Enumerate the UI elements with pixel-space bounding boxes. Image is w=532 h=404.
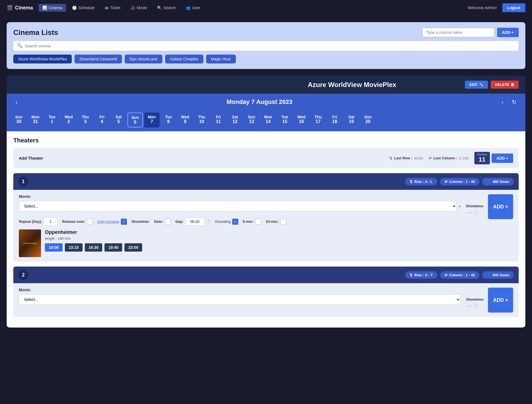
calendar-nav: ‹ Monday 7 August 2023 › ↻ bbox=[7, 94, 525, 110]
calendar-day[interactable]: Sun20 bbox=[360, 112, 376, 127]
theater-card-1: 1 ⇅ Row : A - L ⇄ Column : 1 - 40 👤 480 bbox=[13, 173, 519, 262]
add-showtime-button-1[interactable]: ADD + bbox=[488, 194, 513, 219]
last-row-info: ⇅ Last Row : (A-DZ) bbox=[389, 156, 423, 160]
last-col-label: Last Column : bbox=[433, 156, 457, 160]
date-checkbox[interactable] bbox=[165, 219, 171, 225]
calendar-day[interactable]: Sun30 bbox=[11, 112, 27, 127]
gap-time-input[interactable] bbox=[185, 218, 204, 226]
showtime-tag-2[interactable]: 16:30 bbox=[85, 243, 103, 252]
calendar-day[interactable]: Wed9 bbox=[177, 112, 193, 127]
navbar: 🎬 Cinema 📊 Cinema 🕐 Schedule 🎟 Ticket 🎥 … bbox=[0, 0, 532, 16]
ten-min-label: 10-min: bbox=[266, 219, 278, 224]
cinema-tag-azure[interactable]: Azure WorldView MoviePlex bbox=[13, 55, 72, 63]
calendar-day[interactable]: Thu10 bbox=[194, 112, 209, 127]
nav-movie[interactable]: 🎥 Movie bbox=[127, 4, 151, 12]
ten-min-checkbox[interactable] bbox=[280, 219, 286, 225]
movie-info: Oppenheimer length : 180 min 10:00 13:15… bbox=[45, 229, 484, 252]
theater-1-movie-select[interactable]: Select... bbox=[19, 201, 457, 211]
calendar-refresh-button[interactable]: ↻ bbox=[510, 98, 519, 106]
rounding-checkbox[interactable]: ✓ bbox=[232, 219, 238, 225]
calendar-day[interactable]: Thu17 bbox=[310, 112, 326, 127]
cinema-tag-epic[interactable]: Epic MovieLand bbox=[125, 55, 162, 63]
calendar-section: ‹ Monday 7 August 2023 › ↻ Sun30Mon31Tue… bbox=[7, 94, 525, 131]
calendar-day[interactable]: Sat12 bbox=[227, 112, 243, 127]
release-now-checkbox[interactable] bbox=[87, 219, 93, 225]
cinema-detail-header: Azure WorldView MoviePlex EDIT ✏️ DELETE… bbox=[7, 76, 525, 94]
calendar-day[interactable]: Wed2 bbox=[61, 112, 76, 127]
calendar-day[interactable]: Sat19 bbox=[344, 112, 359, 127]
nav-search[interactable]: 🔍 Search bbox=[153, 4, 180, 12]
calendar-day[interactable]: Sat5 bbox=[111, 112, 126, 127]
gap-item: Gap: 🕐 bbox=[175, 218, 211, 226]
calendar-day[interactable]: Fri11 bbox=[211, 112, 226, 127]
add-showtime-button-2[interactable]: ADD + bbox=[488, 288, 513, 313]
edit-cinema-button[interactable]: EDIT ✏️ bbox=[465, 81, 488, 89]
auto-increase-link[interactable]: Auto increase bbox=[97, 219, 119, 224]
calendar-day[interactable]: Sun6 bbox=[127, 112, 143, 127]
repeat-day-input[interactable] bbox=[44, 218, 58, 226]
theater-1-left: Movie: Select... › Showtim bbox=[19, 194, 484, 257]
theater-2-select-row: Select... bbox=[19, 294, 461, 305]
sort-cols-icon: ⇄ bbox=[429, 156, 432, 160]
nav-user[interactable]: 👥 User bbox=[182, 4, 204, 12]
nav-ticket[interactable]: 🎟 Ticket bbox=[101, 4, 124, 12]
nav-cinema[interactable]: 📊 Cinema bbox=[39, 4, 66, 12]
number-hint-label: Number bbox=[477, 153, 487, 156]
showtime-tag-0[interactable]: 10:00 bbox=[45, 243, 63, 252]
theater-2-movie-select[interactable]: Select... bbox=[19, 294, 461, 305]
logout-button[interactable]: Logout bbox=[502, 3, 525, 12]
cinema-brand-icon: 🎬 bbox=[7, 5, 13, 11]
seats-icon: 👤 bbox=[487, 180, 491, 184]
movie-title: Oppenheimer bbox=[45, 229, 484, 235]
calendar-day[interactable]: Thu3 bbox=[78, 112, 93, 127]
last-row-hint: (A-DZ) bbox=[414, 157, 423, 160]
calendar-day[interactable]: Fri4 bbox=[94, 112, 110, 127]
cinema-nav-icon: 📊 bbox=[42, 6, 47, 10]
brand-label: Cinema bbox=[15, 5, 33, 11]
calendar-day[interactable]: Mon7 bbox=[144, 112, 160, 127]
nav-schedule[interactable]: 🕐 Schedule bbox=[68, 4, 98, 12]
clock-small-icon: 🕐 bbox=[206, 219, 211, 224]
showtime-tag-4[interactable]: 23:00 bbox=[124, 243, 142, 252]
add-theater-button[interactable]: ADD + bbox=[492, 154, 513, 163]
movie-nav-icon: 🎥 bbox=[131, 6, 135, 10]
five-min-checkbox[interactable] bbox=[255, 219, 261, 225]
showtime-tag-1[interactable]: 13:15 bbox=[65, 243, 83, 252]
delete-cinema-button[interactable]: DELETE 🗑 bbox=[491, 81, 519, 89]
calendar-prev-button[interactable]: ‹ bbox=[13, 98, 20, 106]
calendar-day[interactable]: Mon31 bbox=[28, 112, 43, 127]
cinema-tag-galaxy[interactable]: Galaxy Cineplex bbox=[165, 55, 203, 63]
calendar-day[interactable]: Sun13 bbox=[244, 112, 259, 127]
cinema-search-input[interactable] bbox=[25, 44, 515, 48]
theater-2-header: 2 ⇅ Row : A - T ⇄ Column : 1 - 42 👤 840 bbox=[13, 267, 519, 283]
theater-1-seats-pill: 👤 480 Seats bbox=[482, 178, 514, 185]
showtime-item: Showtime: bbox=[131, 219, 150, 224]
auto-increase-checkbox[interactable]: ✓ bbox=[121, 219, 127, 225]
calendar-day[interactable]: Tue8 bbox=[161, 112, 176, 127]
calendar-day[interactable]: Tue15 bbox=[277, 112, 293, 127]
cinema-tag-dreamland[interactable]: Dreamland Cineworld bbox=[75, 55, 122, 63]
rounding-label: Rounding bbox=[215, 219, 231, 224]
cinema-add-button[interactable]: ADD + bbox=[497, 28, 519, 37]
calendar-day[interactable]: Mon14 bbox=[260, 112, 276, 127]
theaters-section: Theaters Add Theater ⇅ Last Row : (A-DZ)… bbox=[7, 131, 525, 328]
repeat-label: Repeat (Day): bbox=[19, 219, 42, 224]
theater-card-2: 2 ⇅ Row : A - T ⇄ Column : 1 - 42 👤 840 bbox=[13, 267, 519, 317]
schedule-nav-icon: 🕐 bbox=[72, 6, 77, 10]
calendar-day[interactable]: Fri18 bbox=[327, 112, 342, 127]
cinema-name-input[interactable] bbox=[422, 28, 494, 37]
theater-number-value: 11 bbox=[479, 156, 485, 163]
theater-1-repeat-row: Repeat (Day): Release now: Auto increase bbox=[19, 218, 484, 226]
clock2-icon: 🕐 bbox=[474, 304, 479, 308]
cinema-tag-magic[interactable]: Magic Hour bbox=[206, 55, 236, 63]
calendar-next-button[interactable]: › bbox=[499, 98, 506, 106]
theater-2-movie-row: Movie: Select... Showtime: bbox=[19, 288, 513, 313]
showtime-tag-3[interactable]: 19:45 bbox=[104, 243, 122, 252]
theater-1-col-pill: ⇄ Column : 1 - 40 bbox=[440, 178, 479, 185]
theater-2-showtime-col: Showtime: --:-- 🕐 bbox=[466, 297, 484, 308]
calendar-day[interactable]: Wed16 bbox=[294, 112, 309, 127]
showtime-field-label: Showtime: bbox=[131, 219, 150, 224]
clock-icon: 🕐 bbox=[474, 210, 479, 215]
theater-1-header: 1 ⇅ Row : A - L ⇄ Column : 1 - 40 👤 480 bbox=[13, 173, 519, 190]
calendar-day[interactable]: Tue1 bbox=[44, 112, 60, 127]
